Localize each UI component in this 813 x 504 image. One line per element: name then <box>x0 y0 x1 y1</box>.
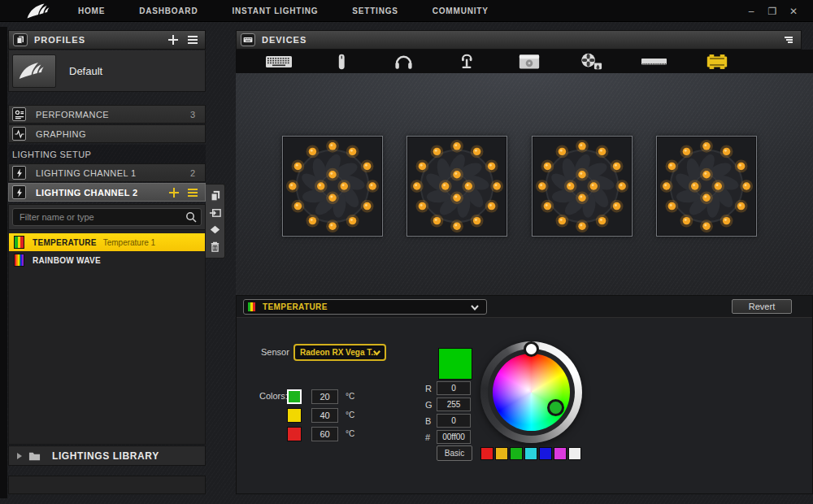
profiles-header: PROFILES <box>8 30 206 50</box>
color-selector-knob[interactable] <box>547 399 564 416</box>
profiles-icon <box>13 33 28 46</box>
sidebar-section-lighting-setup: LIGHTING SETUP <box>8 145 206 163</box>
minimize-button[interactable]: – <box>746 7 756 16</box>
nav-home[interactable]: HOME <box>78 7 105 15</box>
stop-temp-input[interactable] <box>311 427 338 441</box>
add-lighting-icon[interactable] <box>168 187 180 198</box>
g-input[interactable] <box>437 398 471 411</box>
palette-swatch[interactable] <box>495 447 508 460</box>
device-strip <box>236 50 813 73</box>
saturation-disc[interactable] <box>493 354 570 431</box>
hue-knob[interactable] <box>524 341 539 357</box>
performance-icon <box>12 107 26 121</box>
stop-temp-input[interactable] <box>311 408 338 423</box>
devices-sort-icon[interactable] <box>783 34 794 46</box>
maximize-button[interactable]: ❐ <box>767 7 777 16</box>
bolt-icon <box>12 185 26 199</box>
device-keyboard-icon[interactable] <box>247 50 310 73</box>
stop-color-swatch[interactable] <box>287 427 302 441</box>
hex-input[interactable] <box>437 430 471 444</box>
titlebar: HOMEDASHBOARDINSTANT LIGHTINGSETTINGSCOM… <box>0 0 813 22</box>
device-ram-icon[interactable] <box>623 50 685 73</box>
effect-item-rainbow-wave[interactable]: RAINBOW WAVE <box>9 251 205 269</box>
profile-name: Default <box>69 65 102 77</box>
device-lighting-node-icon[interactable] <box>685 50 748 73</box>
rgb-row-r: R <box>425 381 471 395</box>
lighting-menu-icon[interactable] <box>187 187 198 198</box>
sensor-dropdown[interactable]: Radeon RX Vega T... <box>293 344 386 361</box>
section-label-text: LIGHTING SETUP <box>12 150 91 159</box>
folder-icon <box>28 450 41 461</box>
palette-mode-button[interactable]: Basic <box>437 445 472 461</box>
stop-temp-input[interactable] <box>311 389 338 404</box>
device-headset-stand-icon[interactable] <box>435 50 498 73</box>
device-mouse-icon[interactable] <box>310 50 372 73</box>
effect-actions-toolbar <box>206 184 225 259</box>
effect-type: TEMPERATURE <box>33 238 97 247</box>
corsair-logo-icon[interactable] <box>24 2 57 20</box>
effect-type: RAINBOW WAVE <box>33 256 101 265</box>
palette-swatch[interactable] <box>524 447 537 460</box>
profiles-menu-icon[interactable] <box>187 34 198 46</box>
palette-swatch[interactable] <box>539 447 552 460</box>
sidebar-item-label: GRAPHING <box>36 129 86 139</box>
rainbow-stripes-icon <box>14 254 24 267</box>
device-psu-icon[interactable] <box>498 50 560 73</box>
palette-swatch[interactable] <box>480 447 493 460</box>
copy-icon[interactable] <box>209 189 221 202</box>
profiles-title: PROFILES <box>34 35 85 45</box>
sidebar-item-graphing[interactable]: GRAPHING <box>8 124 206 143</box>
sensor-label: Sensor <box>261 347 289 357</box>
nav-settings[interactable]: SETTINGS <box>352 7 398 15</box>
device-headset-icon[interactable] <box>372 50 435 73</box>
revert-button[interactable]: Revert <box>732 299 792 314</box>
devices-title: DEVICES <box>262 35 307 45</box>
stop-color-swatch[interactable] <box>287 389 302 404</box>
color-stop-row-1: °C <box>287 389 354 404</box>
filter-input[interactable] <box>12 208 202 226</box>
main-nav: HOMEDASHBOARDINSTANT LIGHTINGSETTINGSCOM… <box>78 0 489 22</box>
diamond-icon[interactable] <box>209 224 221 236</box>
rgb-row-g: G <box>425 398 471 411</box>
filter-panel <box>8 204 206 230</box>
fan-device-3[interactable] <box>532 136 633 237</box>
r-input[interactable] <box>437 381 471 395</box>
fan-device-4[interactable] <box>656 136 757 237</box>
sidebar-item-lighting-channel-2[interactable]: LIGHTING CHANNEL 2 <box>8 183 206 202</box>
search-icon <box>185 211 197 223</box>
nav-community[interactable]: COMMUNITY <box>433 7 489 15</box>
caret-right-icon <box>15 452 24 460</box>
rgb-row-b: B <box>425 414 471 428</box>
fan-device-1[interactable] <box>282 136 383 237</box>
palette-swatch[interactable] <box>554 447 567 460</box>
trash-icon[interactable] <box>209 241 221 253</box>
g-label: G <box>425 400 437 410</box>
add-profile-icon[interactable] <box>167 34 179 46</box>
stop-color-swatch[interactable] <box>287 408 302 423</box>
sensor-value: Radeon RX Vega T... <box>300 348 378 357</box>
effect-item-temperature[interactable]: TEMPERATURE Temperature 1 <box>9 233 205 251</box>
profile-default[interactable]: Default <box>8 50 206 92</box>
sidebar-item-label: LIGHTING CHANNEL 2 <box>36 188 138 198</box>
b-label: B <box>425 416 437 426</box>
item-count-badge: 2 <box>190 168 195 178</box>
color-preview-swatch <box>438 348 472 380</box>
device-cooler-icon[interactable] <box>560 50 623 73</box>
sidebar-item-performance[interactable]: PERFORMANCE 3 <box>8 105 206 124</box>
sidebar-item-lighting-channel-1[interactable]: LIGHTING CHANNEL 1 2 <box>8 163 206 182</box>
sidebar-item-label: PERFORMANCE <box>36 110 109 119</box>
nav-instant-lighting[interactable]: INSTANT LIGHTING <box>232 7 318 15</box>
import-icon[interactable] <box>209 206 221 219</box>
palette-swatch[interactable] <box>510 447 523 460</box>
palette-swatch[interactable] <box>568 447 581 460</box>
b-input[interactable] <box>437 414 471 428</box>
lightings-library[interactable]: LIGHTINGS LIBRARY <box>8 445 206 466</box>
fan-device-2[interactable] <box>406 136 507 237</box>
color-stop-row-2: °C <box>287 407 354 423</box>
palette-swatches <box>480 447 581 460</box>
close-button[interactable]: ✕ <box>789 7 798 16</box>
chevron-down-icon <box>470 302 480 312</box>
effect-type-dropdown[interactable]: TEMPERATURE <box>243 299 487 315</box>
window-controls: – ❐ ✕ <box>746 0 798 22</box>
nav-dashboard[interactable]: DASHBOARD <box>139 7 198 15</box>
